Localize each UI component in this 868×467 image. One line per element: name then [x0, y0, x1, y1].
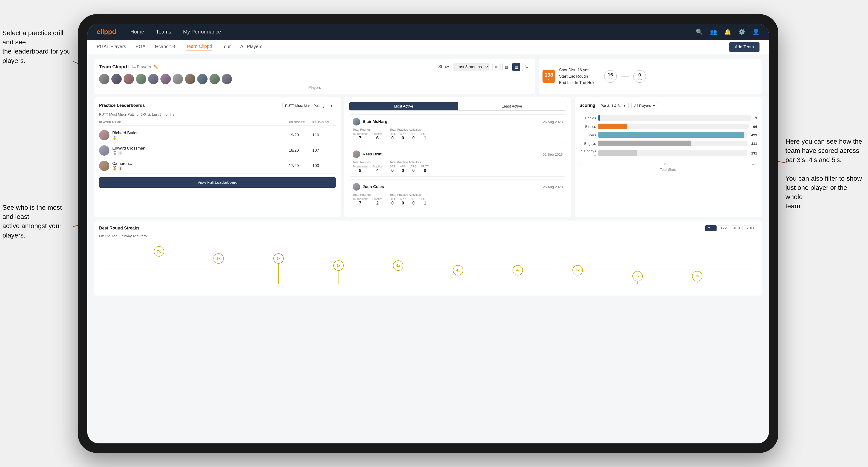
sub-nav-team-clippd[interactable]: Team Clippd — [186, 44, 212, 51]
dot-stem — [219, 264, 219, 284]
practice-leaderboard-filter[interactable]: PUTT Must Make Putting ... ▼ — [282, 102, 336, 109]
bar-label: Pars — [580, 133, 596, 137]
sub-nav-links: PGAT Players PGA Hcaps 1-5 Team Clippd T… — [97, 44, 262, 51]
dot-bubble: 3x — [632, 271, 643, 281]
sub-nav-hcaps[interactable]: Hcaps 1-5 — [155, 44, 177, 50]
total-rounds-group: Total Rounds Tournament7 Practice2 — [352, 193, 382, 206]
nav-teams[interactable]: Teams — [156, 29, 171, 35]
stat-values: OTT0 APP0 ARG0 PUTT0 — [390, 165, 429, 173]
sub-nav-pga[interactable]: PGA — [135, 44, 146, 50]
player-avg: 103 — [312, 163, 336, 168]
col-avg: PB AVG SQ — [312, 121, 336, 124]
scoring-filter-par[interactable]: Par 3, 4 & 5s ▼ — [598, 102, 629, 109]
player-score: 18/20 — [289, 148, 312, 153]
edit-icon[interactable]: ✏️ — [153, 64, 158, 69]
shot-circles: 16 yds 0 yds — [604, 70, 646, 83]
avatar[interactable] — [136, 74, 146, 84]
scoring-title: Scoring — [580, 103, 595, 108]
dot-stem — [278, 264, 279, 284]
avatar[interactable] — [148, 74, 158, 84]
nav-home[interactable]: Home — [130, 29, 144, 35]
avatar[interactable] — [173, 74, 183, 84]
practice-leaderboard-header: Practice Leaderboards PUTT Must Make Put… — [99, 102, 336, 109]
activity-date: 26 Aug 2023 — [543, 185, 563, 189]
player-activity-name: Blair McHarg — [352, 118, 387, 125]
practice-leaderboard-card: Practice Leaderboards PUTT Must Make Put… — [94, 97, 341, 217]
avatar[interactable] — [160, 74, 171, 84]
stat-values: Tournament8 Practice4 — [352, 165, 382, 173]
bell-icon[interactable]: 🔔 — [724, 29, 731, 35]
activity-stats: Total Rounds Tournament8 Practice4 Total… — [352, 160, 563, 173]
show-period-select[interactable]: Last 3 months — [453, 63, 489, 71]
table-row: Richard Butler 🥇 19/20 110 — [99, 128, 336, 143]
sub-nav-pgat[interactable]: PGAT Players — [97, 44, 126, 50]
stat-values: OTT0 APP0 ARG0 PUTT1 — [390, 197, 429, 206]
app-button[interactable]: APP — [718, 225, 729, 231]
search-icon[interactable]: 🔍 — [696, 29, 703, 35]
avatar[interactable] — [222, 74, 232, 84]
least-active-tab[interactable]: Least Active — [458, 102, 566, 111]
player-count: 14 Players — [131, 65, 151, 69]
tablet-frame: clippd Home Teams My Performance 🔍 👥 🔔 ⚙… — [78, 14, 778, 453]
bar-row-pars: Pars 499 — [580, 132, 757, 138]
player-info: Edward Crossman 🥈 2 — [99, 145, 289, 156]
scoring-filter-players[interactable]: All Players ▼ — [631, 102, 658, 109]
shot-info: Shot Dist: 16 yds Start Lie: Rough End L… — [559, 67, 596, 86]
dot-item: 5x — [393, 260, 403, 284]
shot-card: 198 yd Shot Dist: 16 yds Start Lie: Roug… — [539, 59, 762, 94]
bar-chart: Eagles 3 Birdies 96 — [580, 113, 757, 159]
ott-button[interactable]: OTT — [705, 225, 717, 231]
sub-nav-all-players[interactable]: All Players — [240, 44, 262, 50]
avatar[interactable] — [210, 74, 220, 84]
user-icon[interactable]: 👤 — [752, 29, 760, 35]
filter-btn[interactable]: ⇅ — [522, 63, 530, 71]
view-full-leaderboard-button[interactable]: View Full Leaderboard — [99, 177, 336, 188]
chart-axis: 0 200 400 — [580, 161, 757, 167]
sub-nav-tour[interactable]: Tour — [221, 44, 231, 50]
grid-view-btn[interactable]: ⊞ — [493, 63, 500, 71]
dot-item: 7x — [154, 246, 164, 284]
practice-col: Practice 6 — [372, 132, 382, 141]
show-controls: Show Last 3 months ⊞ ▦ ▤ ⇅ — [438, 63, 530, 71]
streaks-header: Best Round Streaks OTT APP ARG PUTT — [99, 225, 757, 231]
top-nav: clippd Home Teams My Performance 🔍 👥 🔔 ⚙… — [87, 24, 769, 40]
avatar[interactable] — [124, 74, 134, 84]
activity-stats: Total Rounds Tournament 7 Practice 6 — [352, 128, 563, 141]
player-activity-header: Rees Britt 02 Sep 2023 — [352, 151, 563, 158]
main-content: Team Clippd | 14 Players ✏️ Show Last 3 … — [87, 54, 769, 443]
team-name-row: Team Clippd | 14 Players ✏️ — [99, 64, 158, 69]
bar-fill — [598, 132, 745, 138]
avatar[interactable] — [99, 74, 110, 84]
list-view-btn[interactable]: ▦ — [502, 63, 510, 71]
settings-icon[interactable]: ⚙️ — [738, 29, 745, 35]
card-view-btn[interactable]: ▤ — [512, 63, 520, 71]
dot-item: 4x — [453, 265, 463, 284]
dot-bubble: 3x — [692, 271, 703, 281]
player-activity-header: Josh Coles 26 Aug 2023 — [352, 183, 563, 191]
people-icon[interactable]: 👥 — [710, 29, 717, 35]
stat-values: Tournament 7 Practice 6 — [352, 132, 382, 141]
shot-circle-1: 16 yds — [604, 70, 617, 83]
table-header: PLAYER NAME PB SCORE PB AVG SQ — [99, 119, 336, 126]
add-team-button[interactable]: Add Team — [729, 42, 760, 52]
bar-container — [598, 132, 747, 138]
avatar[interactable] — [185, 74, 195, 84]
streaks-card: Best Round Streaks OTT APP ARG PUTT Off … — [94, 220, 762, 295]
player-activity-name: Rees Britt — [352, 151, 381, 158]
nav-my-performance[interactable]: My Performance — [183, 29, 221, 35]
bar-label: Bogeys — [580, 142, 596, 146]
bar-value: 131 — [751, 151, 757, 155]
avatar[interactable] — [111, 74, 122, 84]
most-active-tab[interactable]: Most Active — [349, 102, 458, 111]
player-name: Cameron... — [112, 161, 132, 166]
dot-item: 4x — [572, 265, 583, 284]
player-name: Richard Butler — [112, 131, 138, 135]
annotation-right: Here you can see how the team have score… — [785, 137, 866, 211]
dot-item: 3x — [692, 271, 703, 284]
arg-button[interactable]: ARG — [731, 225, 743, 231]
avatar[interactable] — [197, 74, 208, 84]
stat-values: OTT0 APP0 ARG0 PUTT1 — [390, 132, 429, 141]
putt-button[interactable]: PUTT — [744, 225, 757, 231]
view-icons: ⊞ ▦ ▤ ⇅ — [493, 63, 530, 71]
player-info: Richard Butler 🥇 — [99, 130, 289, 140]
